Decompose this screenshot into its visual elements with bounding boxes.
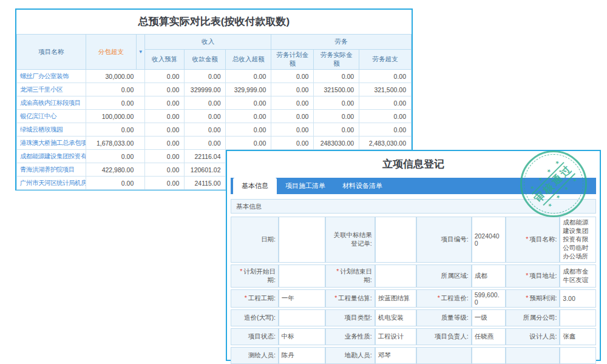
col-header-income-budget: 收入预算 bbox=[145, 50, 185, 70]
cell-labor-planned: 0.00 bbox=[271, 110, 314, 123]
table-row: 银亿滨江中心100,000.000.000.000.000.000.000.00 bbox=[17, 110, 412, 123]
cell-income-budget: 0.00 bbox=[145, 136, 185, 150]
field-label-expected-profit: *预期利润: bbox=[506, 289, 560, 308]
cell-labor-planned: 0.00 bbox=[271, 70, 314, 83]
cell-labor-overspend: 0.00 bbox=[359, 123, 412, 136]
field-value-project-address[interactable]: 成都市金牛区友谊 bbox=[560, 265, 596, 288]
cell-income-budget: 0.00 bbox=[145, 110, 185, 123]
empty-cell bbox=[416, 347, 471, 364]
field-value-project-no[interactable]: 20240400 bbox=[472, 217, 506, 263]
cell-subcontract-overspend: 0.00 bbox=[86, 150, 144, 163]
col-header-project: 项目名称 bbox=[17, 35, 86, 70]
cell-labor-planned: 0.00 bbox=[271, 123, 314, 136]
project-name-link[interactable]: 青海洪湖养护院项目 bbox=[17, 163, 86, 177]
field-value-project-cost[interactable]: 599,600.0 bbox=[472, 289, 506, 308]
required-asterisk: * bbox=[334, 294, 337, 302]
cell-receipt-amount: 24115.00 bbox=[185, 177, 226, 190]
field-value-project-type[interactable]: 机电安装 bbox=[375, 309, 417, 326]
field-label-project-address: *项目地址: bbox=[506, 265, 560, 288]
project-name-link[interactable]: 银亿滨江中心 bbox=[17, 110, 86, 123]
col-header-receipt-amount: 收款金额 bbox=[185, 50, 226, 70]
cell-labor-actual: 0.00 bbox=[314, 110, 359, 123]
tab-basic-info[interactable]: 基本信息 bbox=[233, 178, 277, 194]
cell-labor-overspend: 321,500.00 bbox=[359, 83, 412, 96]
cell-receipt-amount: 22116.04 bbox=[185, 150, 226, 163]
field-value-plan-end-date[interactable] bbox=[375, 265, 417, 288]
field-label-project-no: 项目编号: bbox=[416, 217, 471, 263]
field-label-bid-result-link: 关联中标结果登记单: bbox=[325, 217, 375, 263]
field-value-designer[interactable]: 张鑫 bbox=[560, 328, 596, 345]
project-name-link[interactable]: 港珠澳大桥施工总承包项目 bbox=[17, 136, 86, 150]
cell-income-excess: 0.00 bbox=[226, 110, 271, 123]
cell-labor-actual: 321500.00 bbox=[314, 83, 359, 96]
table-row: 绿城云栖玫瑰园0.000.000.000.000.000.000.00 bbox=[17, 123, 412, 136]
cell-labor-overspend: 2,483,030.00 bbox=[359, 136, 412, 150]
cell-receipt-amount: 329999.00 bbox=[185, 83, 226, 96]
project-name-link[interactable]: 龙湖三千里小区 bbox=[17, 83, 86, 96]
project-name-link[interactable]: 螺丝厂办公室装饰 bbox=[17, 70, 86, 83]
tab-bar: 基本信息 项目施工清单 材料设备清单 bbox=[231, 178, 596, 194]
field-value-cost-in-words[interactable] bbox=[279, 309, 325, 326]
col-header-labor-overspend: 劳务超支 bbox=[359, 50, 412, 70]
field-label-surveyor: 测绘人员: bbox=[231, 347, 279, 364]
field-value-region[interactable]: 成都 bbox=[472, 265, 506, 288]
tab-material-equipment-list[interactable]: 材料设备清单 bbox=[334, 178, 391, 194]
project-name-link[interactable]: 成都能源建设集团投资有限公司 bbox=[17, 150, 86, 163]
empty-cell bbox=[506, 347, 560, 364]
field-label-project-name: *项目名称: bbox=[506, 217, 560, 263]
field-value-plan-start-date[interactable] bbox=[279, 265, 325, 288]
field-value-branch-company[interactable] bbox=[560, 309, 596, 326]
cell-income-excess: 329,999.00 bbox=[226, 83, 271, 96]
cell-labor-planned: 0.00 bbox=[271, 83, 314, 96]
field-label-date: 日期: bbox=[231, 217, 279, 263]
project-name-link[interactable]: 广州市天河区统计局机房改造 bbox=[17, 177, 86, 190]
field-label-region: 所属区域: bbox=[416, 265, 471, 288]
table-row: 港珠澳大桥施工总承包项目1,678,033.000.000.000.000.00… bbox=[17, 136, 412, 150]
budget-window-title: 总预算实际对比表(按收付款取数) bbox=[16, 10, 412, 34]
field-value-business-nature[interactable]: 工程设计 bbox=[375, 328, 417, 345]
cell-labor-actual: 0.00 bbox=[314, 123, 359, 136]
project-name-link[interactable]: 成渝高铁内江标段项目 bbox=[17, 96, 86, 110]
col-header-income-excess: 总收入超额 bbox=[226, 50, 271, 70]
tab-construction-list[interactable]: 项目施工清单 bbox=[277, 178, 334, 194]
field-value-surveyor[interactable]: 陈丹 bbox=[279, 347, 325, 364]
table-row: 螺丝厂办公室装饰30,000.000.000.000.000.000.000.0… bbox=[17, 70, 412, 83]
cell-labor-overspend: 0.00 bbox=[359, 70, 412, 83]
cell-subcontract-overspend: 1,678,033.00 bbox=[86, 136, 144, 150]
field-value-geo-surveyor[interactable]: 邓琴 bbox=[375, 347, 417, 364]
field-label-quantity-estimate: *工程量估算: bbox=[325, 289, 375, 308]
cell-labor-planned: 0.00 bbox=[271, 136, 314, 150]
project-name-link[interactable]: 绿城云栖玫瑰园 bbox=[17, 123, 86, 136]
cell-subcontract-overspend: 0.00 bbox=[86, 123, 144, 136]
field-label-branch-company: 所属分公司: bbox=[506, 309, 560, 326]
field-value-duration[interactable]: 一年 bbox=[279, 289, 325, 308]
form-row: *计划开始日期:*计划结束日期:所属区域:成都*项目地址:成都市金牛区友谊 bbox=[231, 265, 596, 288]
cell-income-budget: 0.00 bbox=[145, 163, 185, 177]
cell-income-budget: 0.00 bbox=[145, 96, 185, 110]
field-value-project-name[interactable]: 成都能源建设集团投资有限公司临时办公场所 bbox=[560, 217, 596, 263]
field-value-project-leader[interactable]: 任晓燕 bbox=[472, 328, 506, 345]
field-value-bid-result-link[interactable] bbox=[375, 217, 417, 263]
sort-arrow-icon[interactable]: ▼ bbox=[136, 35, 144, 70]
cell-subcontract-overspend: 0.00 bbox=[86, 83, 144, 96]
cell-receipt-amount: 0.00 bbox=[185, 70, 226, 83]
field-value-quality-grade[interactable]: 一级 bbox=[472, 309, 506, 326]
cell-subcontract-overspend: 0.00 bbox=[86, 177, 144, 190]
required-asterisk: * bbox=[245, 294, 247, 302]
field-label-designer: 设计人员: bbox=[506, 328, 560, 345]
required-asterisk: * bbox=[438, 294, 440, 302]
field-value-quantity-estimate[interactable]: 按蓝图结算 bbox=[375, 289, 417, 308]
field-label-business-nature: 业务性质: bbox=[325, 328, 375, 345]
cell-receipt-amount: 0.00 bbox=[185, 96, 226, 110]
field-label-quality-grade: 质量等级: bbox=[416, 309, 471, 326]
form-row: 日期:关联中标结果登记单:项目编号:20240400*项目名称:成都能源建设集团… bbox=[231, 217, 596, 263]
cell-receipt-amount: 0.00 bbox=[185, 136, 226, 150]
col-header-subcontract-overspend[interactable]: 分包超支 bbox=[86, 35, 136, 70]
field-label-cost-in-words: 造价(大写): bbox=[231, 309, 279, 326]
field-value-project-status[interactable]: 中标 bbox=[279, 328, 325, 345]
field-value-expected-profit[interactable]: 3.00 bbox=[560, 289, 596, 308]
field-value-date[interactable] bbox=[279, 217, 325, 263]
field-label-plan-end-date: *计划结束日期: bbox=[325, 265, 375, 288]
project-window-title: 立项信息登记 bbox=[227, 151, 600, 178]
empty-cell bbox=[560, 347, 596, 364]
